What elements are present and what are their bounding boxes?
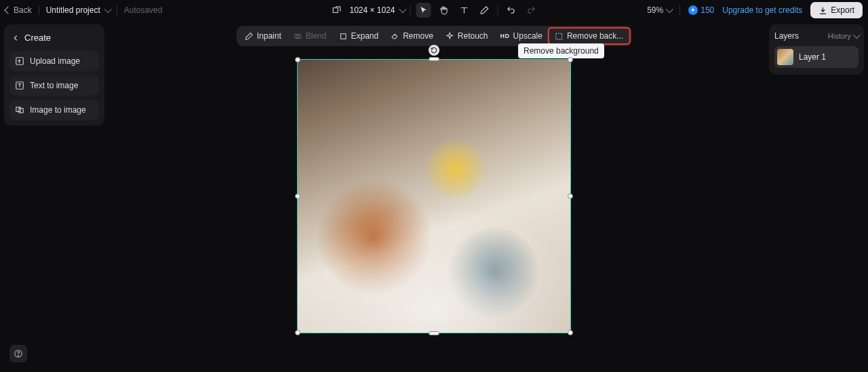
remove-background-tooltip: Remove background [518, 43, 604, 58]
inpaint-button[interactable]: Inpaint [239, 28, 288, 44]
rotate-icon [431, 47, 437, 54]
image-to-image-icon [15, 105, 24, 115]
upload-image-label: Upload image [30, 56, 80, 66]
upscale-label: Upscale [513, 31, 542, 41]
layer-name: Layer 1 [799, 52, 826, 62]
chevron-left-icon [4, 6, 12, 14]
hand-tool-button[interactable] [437, 3, 452, 18]
chevron-down-icon [853, 31, 861, 39]
top-bar: Back Untitled project Autosaved 1024 × 1… [0, 0, 868, 20]
remove-button[interactable]: Remove [384, 28, 439, 44]
download-icon [818, 6, 827, 15]
svg-rect-8 [556, 33, 562, 39]
aspect-ratio-button[interactable] [329, 3, 344, 18]
back-label: Back [14, 5, 32, 15]
project-name: Untitled project [46, 5, 100, 15]
brush-icon [480, 5, 490, 15]
svg-point-10 [18, 355, 19, 356]
retouch-icon [446, 32, 454, 41]
text-to-image-button[interactable]: Text to image [9, 75, 99, 96]
redo-button[interactable] [524, 3, 539, 18]
history-label: History [828, 32, 851, 40]
layers-title: Layers [774, 31, 799, 41]
remove-bg-icon [555, 32, 564, 41]
blend-button[interactable]: Blend [288, 28, 333, 44]
retouch-button[interactable]: Retouch [439, 28, 494, 44]
credits-count: 150 [701, 5, 714, 15]
back-button[interactable]: Back [5, 5, 32, 15]
back-arrow-icon[interactable] [11, 33, 20, 43]
divider [39, 5, 39, 15]
aspect-icon [332, 5, 341, 15]
rotate-handle[interactable] [429, 45, 439, 56]
autosaved-label: Autosaved [124, 5, 163, 15]
text-to-image-label: Text to image [30, 81, 78, 90]
remove-bg-label: Remove back... [567, 31, 623, 41]
zoom-level: 59% [647, 5, 663, 15]
expand-button[interactable]: Expand [332, 28, 384, 44]
blend-label: Blend [306, 31, 327, 41]
layer-row[interactable]: Layer 1 [774, 46, 859, 68]
remove-background-button[interactable]: Remove back... [549, 28, 629, 44]
create-title: Create [24, 33, 51, 43]
export-button[interactable]: Export [810, 2, 863, 18]
cursor-icon [420, 6, 428, 14]
upload-image-button[interactable]: Upload image [9, 51, 99, 71]
layer-thumbnail [777, 49, 793, 65]
chevron-down-icon [399, 5, 406, 13]
upgrade-link[interactable]: Upgrade to get credits [722, 5, 802, 15]
project-name-dropdown[interactable]: Untitled project [46, 5, 110, 15]
divider [410, 5, 411, 15]
divider [679, 5, 680, 15]
undo-icon [507, 5, 516, 15]
retouch-label: Retouch [458, 31, 488, 41]
upload-icon [15, 56, 24, 66]
expand-icon [338, 32, 347, 41]
svg-rect-0 [333, 8, 338, 13]
chevron-down-icon [104, 5, 111, 13]
remove-label: Remove [403, 31, 433, 41]
image-to-image-button[interactable]: Image to image [9, 100, 99, 120]
blend-icon [294, 32, 302, 41]
credits-badge[interactable]: ✦ 150 [688, 5, 714, 15]
inpaint-icon [245, 32, 254, 41]
brush-tool-button[interactable] [477, 3, 492, 18]
zoom-dropdown[interactable]: 59% [647, 5, 671, 15]
create-panel: Create Upload image Text to image Image … [4, 24, 104, 126]
help-icon [14, 349, 23, 358]
eraser-icon [391, 32, 399, 41]
layers-panel: Layers History Layer 1 [769, 24, 864, 75]
upscale-button[interactable]: HD Upscale [494, 28, 549, 44]
text-icon [460, 5, 469, 15]
canvas-dimensions: 1024 × 1024 [349, 5, 395, 15]
expand-label: Expand [351, 31, 378, 41]
image-to-image-label: Image to image [30, 105, 86, 115]
hand-icon [439, 5, 449, 15]
divider [498, 5, 498, 15]
hd-icon: HD [500, 33, 510, 39]
create-panel-header: Create [9, 30, 99, 47]
text-tool-button[interactable] [457, 3, 472, 18]
text-to-image-icon [15, 81, 24, 90]
help-button[interactable] [9, 345, 27, 362]
credits-icon: ✦ [688, 5, 698, 15]
redo-icon [527, 5, 536, 15]
svg-rect-4 [19, 109, 23, 113]
undo-button[interactable] [504, 3, 519, 18]
svg-rect-7 [340, 33, 346, 39]
export-label: Export [831, 5, 854, 15]
canvas-size-dropdown[interactable]: 1024 × 1024 [349, 5, 404, 15]
canvas-image-layer[interactable] [298, 60, 570, 333]
chevron-down-icon [666, 5, 673, 13]
inpaint-label: Inpaint [257, 31, 281, 41]
divider [117, 5, 117, 15]
svg-rect-3 [16, 107, 20, 111]
history-dropdown[interactable]: History [828, 32, 859, 40]
cursor-tool-button[interactable] [416, 3, 431, 18]
